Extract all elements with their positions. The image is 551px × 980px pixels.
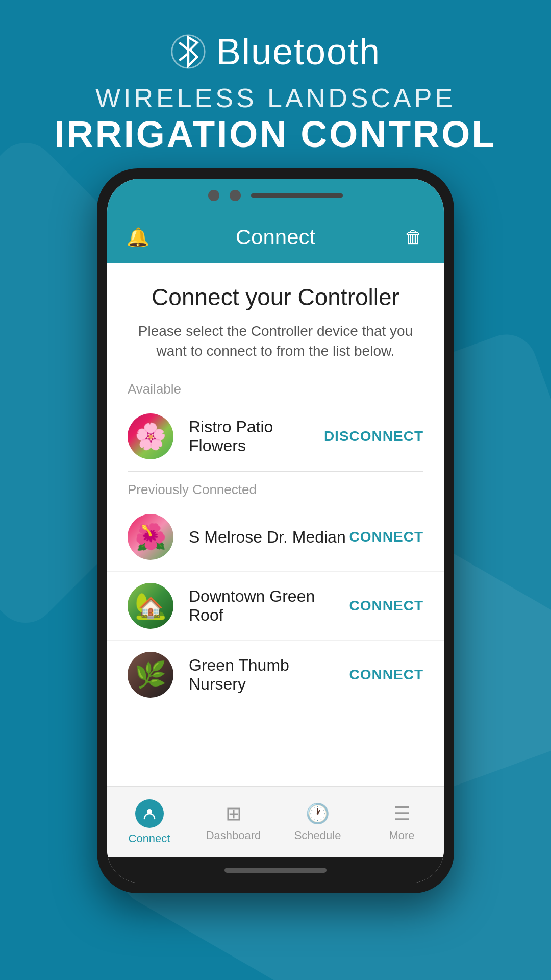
schedule-nav-label: Schedule xyxy=(294,829,341,842)
device-item-melrose: 🌺 S Melrose Dr. Median CONNECT xyxy=(107,503,444,572)
avatar-cherry-img: 🌺 xyxy=(128,514,173,560)
avatar-ristro: 🌸 xyxy=(128,413,173,459)
bottom-nav: Connect ⊞ Dashboard 🕐 Schedule ☰ More xyxy=(107,786,444,857)
avatar-roof-img: 🏡 xyxy=(128,583,173,629)
speaker-line xyxy=(251,193,343,198)
dashboard-nav-label: Dashboard xyxy=(206,829,261,842)
connect-button-downtown[interactable]: CONNECT xyxy=(349,593,423,619)
sensor-circle xyxy=(230,190,241,201)
avatar-flowers-img: 🌸 xyxy=(128,413,173,459)
nav-item-more[interactable]: ☰ More xyxy=(360,797,444,847)
svg-marker-0 xyxy=(188,37,197,66)
more-nav-icon: ☰ xyxy=(393,802,411,825)
phone-outer: 🔔 Connect 🗑 Connect your Controller Plea… xyxy=(97,168,454,893)
device-item-downtown: 🏡 Downtown Green Roof CONNECT xyxy=(107,572,444,641)
content-title: Connect your Controller xyxy=(128,283,423,311)
dashboard-nav-icon: ⊞ xyxy=(226,802,242,825)
device-name-downtown: Downtown Green Roof xyxy=(189,587,349,625)
connect-button-nursery[interactable]: CONNECT xyxy=(349,662,423,688)
phone-inner: 🔔 Connect 🗑 Connect your Controller Plea… xyxy=(107,179,444,883)
device-name-nursery: Green Thumb Nursery xyxy=(189,656,349,694)
content-subtitle: Please select the Controller device that… xyxy=(128,321,423,361)
device-name-ristro: Ristro Patio Flowers xyxy=(189,418,324,455)
nav-item-dashboard[interactable]: ⊞ Dashboard xyxy=(191,797,276,847)
section-available-label: Available xyxy=(107,371,444,402)
avatar-nursery-img: 🌿 xyxy=(128,652,173,698)
bluetooth-logo: Bluetooth xyxy=(170,31,381,72)
device-item-nursery: 🌿 Green Thumb Nursery CONNECT xyxy=(107,641,444,709)
disconnect-button-ristro[interactable]: DISCONNECT xyxy=(324,423,423,450)
svg-line-2 xyxy=(179,43,188,50)
connect-nav-icon xyxy=(135,799,164,828)
avatar-melrose: 🌺 xyxy=(128,514,173,560)
app-toolbar: 🔔 Connect 🗑 xyxy=(107,212,444,263)
subtitle-line2: IRRIGATION CONTROL xyxy=(55,113,497,155)
connect-nav-label: Connect xyxy=(129,832,170,845)
device-name-melrose: S Melrose Dr. Median xyxy=(189,528,349,547)
camera-circle xyxy=(208,190,219,201)
home-bar xyxy=(224,868,327,873)
phone-notch xyxy=(107,179,444,212)
app-content: Connect your Controller Please select th… xyxy=(107,263,444,786)
avatar-downtown: 🏡 xyxy=(128,583,173,629)
schedule-nav-icon: 🕐 xyxy=(306,802,330,825)
bluetooth-icon xyxy=(170,34,206,69)
toolbar-title: Connect xyxy=(236,225,315,250)
bell-button[interactable]: 🔔 xyxy=(128,227,148,248)
content-spacer xyxy=(107,709,444,786)
svg-line-3 xyxy=(179,54,188,61)
connect-button-melrose[interactable]: CONNECT xyxy=(349,524,423,550)
nav-item-connect[interactable]: Connect xyxy=(107,794,191,850)
subtitle-line1: WIRELESS LANDSCAPE xyxy=(95,83,456,113)
phone-mockup: 🔔 Connect 🗑 Connect your Controller Plea… xyxy=(97,168,454,893)
more-nav-label: More xyxy=(389,829,414,842)
trash-button[interactable]: 🗑 xyxy=(403,227,423,248)
section-previous-label: Previously Connected xyxy=(107,472,444,503)
bluetooth-title: Bluetooth xyxy=(216,31,381,72)
content-header: Connect your Controller Please select th… xyxy=(107,263,444,371)
page-header: Bluetooth WIRELESS LANDSCAPE IRRIGATION … xyxy=(0,0,551,155)
nav-item-schedule[interactable]: 🕐 Schedule xyxy=(276,797,360,847)
home-indicator xyxy=(107,857,444,883)
avatar-nursery: 🌿 xyxy=(128,652,173,698)
device-item-ristro: 🌸 Ristro Patio Flowers DISCONNECT xyxy=(107,402,444,471)
